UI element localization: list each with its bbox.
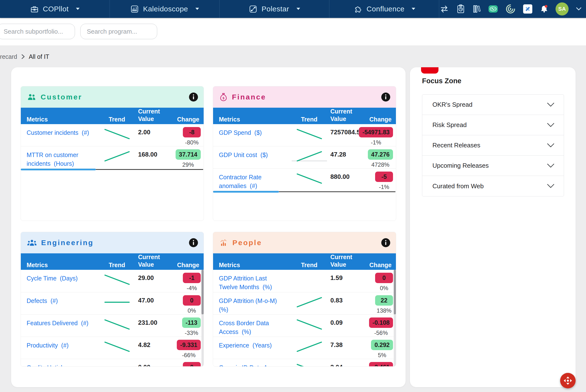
metric-link[interactable]: Customer incidents (#) [21,124,96,137]
account-chevron-down-icon[interactable] [576,7,582,11]
accordion-label: Risk Spread [432,121,547,129]
metric-link[interactable]: Features Delivered (#) [21,314,96,328]
column-header: Trend [301,262,317,268]
current-value: 2.00 [138,124,173,136]
current-value: 1.59 [330,270,365,282]
info-icon[interactable] [381,92,391,102]
metric-link[interactable]: GDP Attrition (M-o-M) (%) [213,292,288,314]
metric-link[interactable]: Generic ID Data Access (%) [213,359,288,366]
change-percent: 138% [377,307,391,314]
change-cell: 0.292 5% [371,337,396,358]
focus-accordion-item[interactable]: Risk Spread [422,115,564,135]
metric-row: Quality Uptick 0.00 0 [21,359,204,366]
change-percent: -33% [185,330,198,336]
move-fab-button[interactable] [560,373,576,388]
search-subportfolio-input[interactable] [0,24,75,39]
trend-sparkline [291,339,327,355]
trend-sparkline [291,295,327,311]
card-customer: Customer MetricsTrendCurrent ValueChange… [20,86,204,221]
column-header: Metrics [213,262,288,268]
change-cell: 22 138% [375,292,396,314]
focus-zone-panel: Focus Zone OKR's Spread Risk Spread Rece… [410,67,576,387]
change-percent: 0% [380,285,388,292]
metric-row: Generic ID Data Access (%) 2.04 -2.461 [213,359,396,366]
red-tab [421,67,439,74]
focus-zone-accordion: OKR's Spread Risk Spread Recent Releases… [422,94,564,196]
nav-app-label: Confluence [367,5,405,13]
card-people-header: People [213,232,396,253]
change-cell: 0 [183,359,204,366]
user-avatar[interactable]: SA [556,2,569,16]
current-value: 0.00 [138,359,173,366]
change-percent: -56% [374,330,388,336]
metric-link[interactable]: Productivity (#) [21,337,96,350]
vertical-scrollbar[interactable] [394,270,396,366]
nav-app-kaleidoscope[interactable]: Kaleidoscope [110,0,220,18]
focus-accordion-item[interactable]: Upcoming Releases [422,156,564,176]
metric-row: Cross Border Data Access (%) 0.09 -0.108… [213,314,396,336]
pulse-badge-icon[interactable] [488,4,499,14]
two-people-icon [27,93,36,101]
nav-app-label: Kaleidoscope [143,5,188,13]
card-title: Finance [232,93,266,101]
focus-accordion-item[interactable]: Curated from Web [422,176,564,196]
metric-link[interactable]: GDP Unit cost ($) [213,146,288,159]
nav-app-copllot[interactable]: COPllot [0,0,110,18]
metric-link[interactable]: Contractor Rate anomalies (#) [213,169,288,190]
nav-app-confluence[interactable]: Confluence [329,0,439,18]
puzzle-icon [353,4,363,14]
change-percent: -1% [371,139,381,146]
horizontal-scrollbar[interactable] [213,191,396,193]
change-percent: -1% [379,184,389,190]
clipboard-clock-icon[interactable] [456,4,466,14]
metric-link[interactable]: Defects (#) [21,292,96,305]
search-strip [0,18,586,46]
search-program-input[interactable] [80,24,157,39]
notification-bell-icon[interactable] [539,4,549,14]
metric-link[interactable]: GDP Spend ($) [213,124,288,137]
focus-accordion-item[interactable]: OKR's Spread [422,94,564,115]
change-badge: 0 [183,362,201,366]
focus-accordion-item[interactable]: Recent Releases [422,135,564,156]
card-title: Engineering [41,238,94,247]
current-value: 29.00 [138,270,173,282]
info-icon[interactable] [189,238,198,248]
metric-link[interactable]: Cycle Time (Days) [21,270,96,283]
histogram-icon [130,4,139,14]
group-people-icon [27,239,37,246]
breadcrumb-parent[interactable]: recard [0,53,17,60]
column-header: Trend [109,116,125,123]
table-body: Cycle Time (Days) 29.00 -1 -4% Defects (… [21,270,204,366]
change-badge: 47.276 [368,149,393,160]
swap-arrows-icon[interactable] [439,4,449,14]
metric-row: Productivity (#) 4.82 -9.331 -66% [21,336,204,359]
current-value: 0.83 [330,292,365,304]
nav-app-polestar[interactable]: Polestar [220,0,329,18]
trend-sparkline [99,362,135,366]
trend-sparkline [99,272,135,288]
trend-sparkline [291,362,327,366]
library-icon[interactable] [472,4,481,14]
metric-link[interactable]: Quality Uptick [21,359,96,366]
info-icon[interactable] [381,238,391,248]
vertical-scrollbar[interactable] [201,270,204,366]
cross-arrows-icon[interactable] [523,4,533,14]
trend-sparkline [291,126,327,142]
metric-link[interactable]: GDP Attrition Last Twelve Months (%) [213,270,288,292]
card-title: Customer [41,93,82,101]
column-header: Current Value [330,253,359,268]
change-percent: -80% [185,139,199,146]
swirl-icon[interactable] [505,4,516,14]
horizontal-scrollbar[interactable] [21,169,204,170]
briefcase-icon [30,4,39,14]
metric-link[interactable]: Experience (Years) [213,337,288,350]
metric-link[interactable]: Cross Border Data Access (%) [213,314,288,336]
info-icon[interactable] [189,92,198,102]
chevron-down-icon [547,123,555,128]
change-percent: -66% [182,352,196,358]
change-badge: -2.461 [369,362,393,366]
metric-link[interactable]: MTTR on customer incidents (Hours) [21,146,96,168]
column-header: Metrics [213,116,288,123]
card-customer-header: Customer [21,86,204,108]
trend-sparkline [99,126,135,142]
